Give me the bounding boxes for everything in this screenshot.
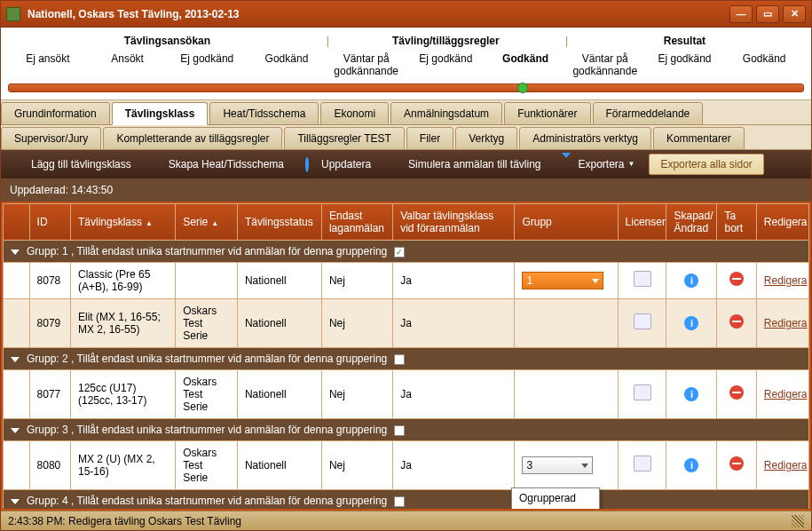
tab-administrat-rs-verktyg[interactable]: Administratörs verktyg: [519, 127, 651, 150]
col-tabort[interactable]: Ta bort: [717, 203, 756, 240]
cell-id: 8080: [29, 440, 70, 489]
cell-class: MX 2 (U) (MX 2, 15-16): [71, 440, 176, 489]
cell-valbar: Ja: [393, 440, 515, 489]
group-header-row[interactable]: Grupp: 3 , Tillåt endast unika startnumm…: [4, 418, 809, 440]
minimize-button[interactable]: —: [729, 5, 753, 23]
info-icon[interactable]: i: [684, 273, 698, 288]
export-button[interactable]: Exportera ▼: [555, 155, 642, 173]
col-redigera[interactable]: Redigera: [756, 203, 808, 240]
col-class[interactable]: Tävlingsklass▲: [71, 203, 176, 240]
cell-serie: Oskars Test Serie: [176, 298, 238, 347]
tab-filer[interactable]: Filer: [406, 127, 453, 150]
titlebar: Nationell, Oskars Test Tävling, 2013-02-…: [1, 1, 811, 28]
cell-status: Nationell: [237, 440, 321, 489]
table-row: 8077125cc (U17) (125cc, 13-17)Oskars Tes…: [4, 369, 809, 418]
wf-step: Godkänd: [247, 51, 327, 80]
tab-kompletterande-av-till-ggsregler[interactable]: Kompletterande av tilläggsregler: [103, 127, 282, 150]
sort-asc-icon: ▲: [146, 219, 153, 227]
refresh-button[interactable]: Uppdatera: [298, 155, 378, 173]
tab-supervisor-jury[interactable]: Supervisor/Jury: [1, 127, 101, 150]
create-heat-button[interactable]: Skapa Heat/Tidsschema: [146, 155, 291, 173]
licenses-button[interactable]: [634, 313, 651, 329]
edit-link[interactable]: Redigera: [764, 317, 808, 329]
delete-button[interactable]: [729, 314, 744, 329]
unique-checkbox[interactable]: [394, 425, 405, 436]
unique-checkbox[interactable]: [394, 496, 405, 507]
toolbar: Lägg till tävlingsklass Skapa Heat/Tidss…: [1, 150, 811, 178]
wf-step: Ej ansökt: [8, 51, 88, 80]
export-all-button[interactable]: Exportera alla sidor: [649, 154, 763, 175]
col-id[interactable]: ID: [29, 203, 70, 240]
tab-ekonomi[interactable]: Ekonomi: [320, 102, 389, 125]
cell-class: Elit (MX 1, 16-55; MX 2, 16-55): [71, 298, 176, 347]
group-header-row[interactable]: Grupp: 1 , Tillåt endast unika startnumm…: [4, 240, 809, 262]
wf-step: Ej godkänd: [167, 51, 247, 80]
cell-class: 125cc (U17) (125cc, 13-17): [71, 369, 176, 418]
wf-step: Godkänd: [724, 51, 804, 80]
group-dropdown[interactable]: 1: [522, 272, 603, 289]
edit-link[interactable]: Redigera: [764, 459, 808, 472]
licenses-button[interactable]: [634, 384, 651, 400]
col-status[interactable]: Tävlingsstatus: [237, 203, 321, 240]
tab-heat-tidsschema[interactable]: Heat/Tidsschema: [209, 102, 319, 125]
workflow-track: [8, 83, 804, 92]
col-skapad[interactable]: Skapad/ Ändrad: [666, 203, 717, 240]
table-row: 8078Classic (Pre 65 (A+B), 16-99)Natione…: [4, 262, 809, 298]
unique-checkbox[interactable]: [394, 354, 405, 365]
statusbar: 2:43:38 PM: Redigera tävling Oskars Test…: [1, 511, 811, 530]
updated-label: Uppdaterad: 14:43:50: [1, 178, 811, 202]
group-header-row[interactable]: Grupp: 2 , Tillåt endast unika startnumm…: [4, 347, 809, 369]
delete-button[interactable]: [729, 272, 744, 286]
delete-button[interactable]: [729, 385, 744, 400]
edit-link[interactable]: Redigera: [764, 388, 808, 400]
dropdown-option[interactable]: Ogrupperad: [512, 488, 599, 508]
collapse-icon[interactable]: [11, 357, 20, 362]
cell-endast: Nej: [321, 369, 392, 418]
wf-title-rules: Tävling/tilläggsregler: [389, 33, 503, 49]
grid-wrapper: ID Tävlingsklass▲ Serie▲ Tävlingsstatus …: [1, 202, 811, 511]
wf-step: Väntar på godkännande: [327, 51, 406, 80]
tab-t-vlingsklass[interactable]: Tävlingsklass: [112, 102, 209, 125]
tab-funktion-rer[interactable]: Funktionärer: [504, 102, 590, 125]
licenses-button[interactable]: [634, 456, 651, 472]
app-window: Nationell, Oskars Test Tävling, 2013-02-…: [0, 0, 812, 531]
edit-link[interactable]: Redigera: [764, 274, 808, 287]
info-icon[interactable]: i: [684, 458, 698, 472]
wf-step: Ej godkänd: [406, 51, 486, 80]
collapse-icon[interactable]: [11, 428, 20, 433]
tab-till-ggsregler-test[interactable]: Tilläggsregler TEST: [284, 127, 404, 150]
tab-f-rarmeddelande[interactable]: Förarmeddelande: [593, 102, 704, 125]
info-icon[interactable]: i: [684, 316, 698, 330]
maximize-button[interactable]: ▭: [756, 5, 779, 23]
tab-anm-lningsdatum[interactable]: Anmälningsdatum: [390, 102, 502, 125]
delete-button[interactable]: [729, 456, 744, 471]
col-serie[interactable]: Serie▲: [176, 203, 238, 240]
wf-title-result: Resultat: [660, 33, 709, 49]
info-icon[interactable]: i: [684, 387, 698, 401]
tab-verktyg[interactable]: Verktyg: [455, 127, 517, 150]
collapse-icon[interactable]: [11, 499, 20, 504]
cell-id: 8077: [29, 369, 70, 418]
cell-serie: Oskars Test Serie: [176, 440, 238, 489]
cell-valbar: Ja: [393, 262, 515, 298]
col-endast[interactable]: Endast laganmälan: [321, 203, 392, 240]
col-expand[interactable]: [4, 203, 30, 240]
cell-id: 8079: [29, 298, 70, 347]
close-button[interactable]: ✕: [783, 5, 806, 23]
col-valbar[interactable]: Valbar tävlingsklass vid föraranmälan: [393, 203, 515, 240]
collapse-icon[interactable]: [11, 250, 20, 255]
group-header-row[interactable]: Grupp: 4 , Tillåt endast unika startnumm…: [4, 489, 809, 511]
group-dropdown[interactable]: 3: [522, 456, 593, 474]
window-title: Nationell, Oskars Test Tävling, 2013-02-…: [28, 8, 729, 20]
unique-checkbox[interactable]: ✓: [394, 247, 405, 258]
tab-kommentarer[interactable]: Kommentarer: [653, 127, 745, 150]
col-grupp[interactable]: Grupp: [515, 203, 618, 240]
simulate-button[interactable]: Simulera anmälan till tävling: [385, 155, 548, 173]
workflow-indicator-dot: [517, 83, 528, 93]
col-lic[interactable]: Licenser: [618, 203, 666, 240]
resize-grip-icon[interactable]: [792, 515, 804, 527]
tab-grundinformation[interactable]: Grundinformation: [1, 102, 110, 125]
add-class-button[interactable]: Lägg till tävlingsklass: [8, 155, 138, 173]
status-text: 2:43:38 PM: Redigera tävling Oskars Test…: [8, 515, 241, 527]
licenses-button[interactable]: [634, 271, 651, 287]
